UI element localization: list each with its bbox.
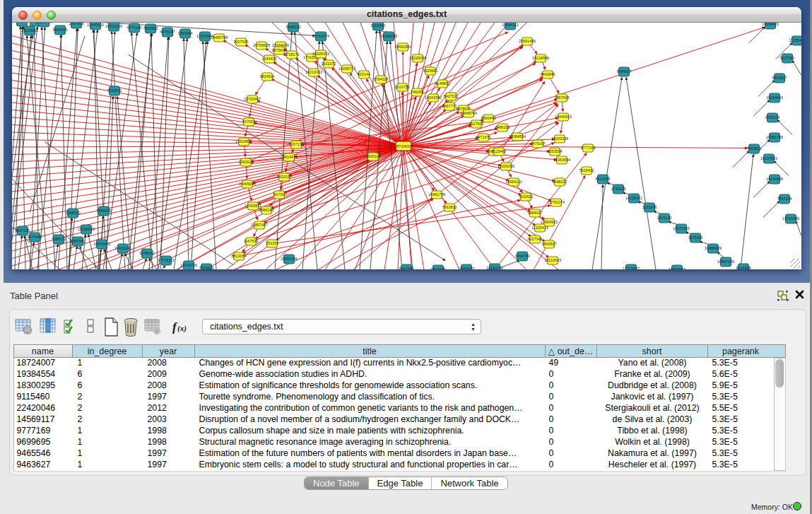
svg-text:9777169: 9777169 xyxy=(581,146,596,150)
svg-text:13654923: 13654923 xyxy=(541,220,558,224)
svg-text:16409948: 16409948 xyxy=(239,182,256,186)
svg-text:13640910: 13640910 xyxy=(555,115,572,119)
svg-text:1975115: 1975115 xyxy=(688,235,703,240)
svg-text:7625402: 7625402 xyxy=(579,168,594,173)
svg-text:16961758: 16961758 xyxy=(766,135,783,139)
svg-text:2867608: 2867608 xyxy=(555,95,570,100)
svg-text:10654112: 10654112 xyxy=(502,23,519,27)
svg-text:9227341: 9227341 xyxy=(528,237,543,241)
svg-text:1615132: 1615132 xyxy=(657,216,672,220)
svg-text:16154808: 16154808 xyxy=(766,177,783,181)
svg-text:9463627: 9463627 xyxy=(772,76,787,80)
svg-text:11325419: 11325419 xyxy=(789,38,801,42)
svg-text:18407249: 18407249 xyxy=(717,259,734,264)
svg-text:10025433: 10025433 xyxy=(312,52,329,56)
svg-text:1362615: 1362615 xyxy=(239,160,254,164)
svg-text:19166823: 19166823 xyxy=(78,227,95,231)
svg-text:3454749: 3454749 xyxy=(515,254,530,258)
svg-text:9498222: 9498222 xyxy=(286,25,301,29)
svg-text:3822037: 3822037 xyxy=(277,175,292,179)
svg-text:8990443: 8990443 xyxy=(481,116,496,120)
svg-text:12213363: 12213363 xyxy=(305,70,322,74)
svg-text:13654923: 13654923 xyxy=(762,23,779,26)
svg-text:1221336: 1221336 xyxy=(642,205,657,209)
svg-text:7485063: 7485063 xyxy=(97,209,112,213)
svg-text:15300295: 15300295 xyxy=(380,34,397,38)
svg-text:10046736: 10046736 xyxy=(180,263,197,267)
svg-text:15751074: 15751074 xyxy=(548,200,565,204)
svg-text:2867608: 2867608 xyxy=(69,23,84,25)
svg-text:19218906: 19218906 xyxy=(532,56,549,60)
svg-text:10653287: 10653287 xyxy=(458,267,475,269)
svg-text:7515526: 7515526 xyxy=(199,266,214,269)
svg-text:13524851: 13524851 xyxy=(235,139,252,144)
svg-text:9684007: 9684007 xyxy=(617,69,632,74)
svg-text:9474444: 9474444 xyxy=(28,235,42,239)
svg-text:9245032: 9245032 xyxy=(140,251,155,255)
svg-text:19384554: 19384554 xyxy=(509,134,526,139)
svg-text:10671355: 10671355 xyxy=(673,226,690,230)
svg-text:15300295: 15300295 xyxy=(498,164,514,168)
svg-text:13716485: 13716485 xyxy=(782,216,799,221)
svg-text:10654112: 10654112 xyxy=(505,180,522,184)
svg-text:746266: 746266 xyxy=(411,90,423,94)
svg-text:2935114: 2935114 xyxy=(366,154,381,158)
svg-text:8215958: 8215958 xyxy=(736,266,751,269)
svg-text:9227341: 9227341 xyxy=(780,56,795,60)
svg-text:8813054: 8813054 xyxy=(232,254,247,258)
svg-text:20756928: 20756928 xyxy=(253,43,270,47)
svg-text:81700: 81700 xyxy=(274,192,285,197)
svg-text:15751074: 15751074 xyxy=(312,34,329,38)
svg-text:10210643: 10210643 xyxy=(766,95,783,100)
svg-text:6497568: 6497568 xyxy=(399,267,414,269)
svg-text:1353594: 1353594 xyxy=(178,31,193,35)
svg-text:7632621: 7632621 xyxy=(107,88,122,93)
svg-text:10807487: 10807487 xyxy=(251,223,268,227)
svg-text:23226058: 23226058 xyxy=(409,56,426,60)
svg-text:12213967: 12213967 xyxy=(623,267,640,269)
svg-text:2935114: 2935114 xyxy=(765,115,780,119)
svg-text:20691406: 20691406 xyxy=(35,23,52,24)
svg-text:14495758: 14495758 xyxy=(211,35,228,40)
svg-text:8966160: 8966160 xyxy=(259,208,274,212)
svg-text:9777169: 9777169 xyxy=(127,25,142,30)
svg-text:16033309: 16033309 xyxy=(105,24,122,28)
svg-text:9842845: 9842845 xyxy=(53,28,68,32)
svg-text:2718170: 2718170 xyxy=(285,52,300,57)
svg-text:6479197: 6479197 xyxy=(160,30,175,34)
svg-text:9115460: 9115460 xyxy=(371,23,386,28)
svg-text:9329961: 9329961 xyxy=(423,69,438,73)
svg-text:1733426: 1733426 xyxy=(611,187,626,191)
svg-text:1010755: 1010755 xyxy=(395,85,410,89)
svg-text:20691406: 20691406 xyxy=(519,39,536,43)
svg-text:2387682: 2387682 xyxy=(71,239,86,243)
svg-text:9115460: 9115460 xyxy=(492,149,507,153)
svg-text:1244415: 1244415 xyxy=(262,57,277,61)
svg-text:14055713: 14055713 xyxy=(339,66,355,71)
svg-text:14130141: 14130141 xyxy=(625,196,642,200)
svg-text:10688609: 10688609 xyxy=(705,246,722,250)
svg-text:16543362: 16543362 xyxy=(425,95,442,100)
svg-text:817003: 817003 xyxy=(242,119,255,124)
svg-text:16961758: 16961758 xyxy=(428,192,445,197)
svg-text:16648784: 16648784 xyxy=(460,111,477,115)
svg-text:13640910: 13640910 xyxy=(87,23,104,27)
svg-text:9327505: 9327505 xyxy=(234,40,249,44)
svg-text:9699695: 9699695 xyxy=(431,267,446,269)
svg-text:10210643: 10210643 xyxy=(544,258,561,262)
svg-text:16107553: 16107553 xyxy=(760,156,777,160)
svg-text:1621072: 1621072 xyxy=(322,62,336,66)
svg-text:11325419: 11325419 xyxy=(531,226,548,230)
svg-text:15720407: 15720407 xyxy=(244,97,261,101)
svg-text:1527602: 1527602 xyxy=(469,122,484,126)
svg-text:15692991: 15692991 xyxy=(394,45,411,49)
svg-text:19654933: 19654933 xyxy=(669,267,686,269)
svg-text:23420046: 23420046 xyxy=(114,246,131,250)
svg-text:8912954: 8912954 xyxy=(596,177,611,181)
svg-text:10973493: 10973493 xyxy=(93,242,110,246)
svg-text:12353594: 12353594 xyxy=(553,158,570,162)
svg-text:6479197: 6479197 xyxy=(531,141,546,146)
svg-text:7625402: 7625402 xyxy=(143,26,158,30)
svg-text:19218906: 19218906 xyxy=(21,28,38,33)
svg-text:9842845: 9842845 xyxy=(541,72,555,76)
